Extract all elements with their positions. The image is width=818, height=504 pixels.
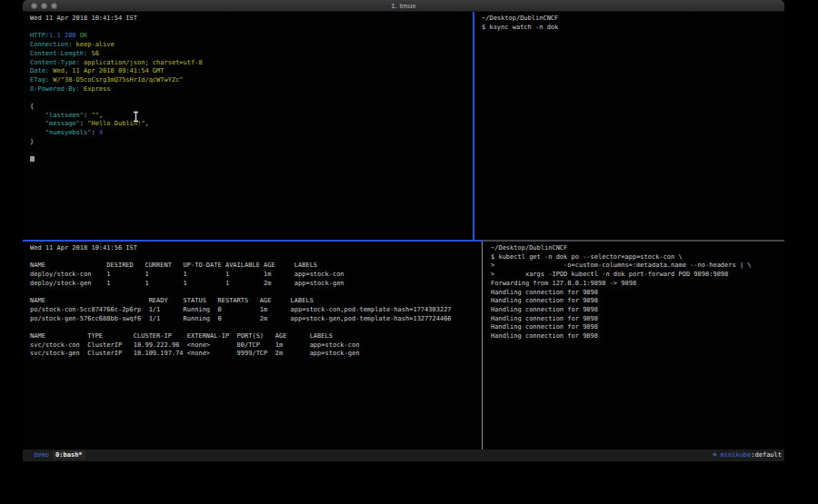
status-right: ☸ minikube:default [713, 450, 782, 461]
status-left: demo 0:bash* [34, 450, 85, 461]
kube-context: minikube [716, 451, 751, 459]
terminal-line: ~/Desktop/DublinCNCF [482, 15, 784, 24]
terminal-line [30, 94, 473, 103]
terminal-line: Handling connection for 9898 [491, 332, 784, 341]
terminal-line: Date: Wed, 11 Apr 2018 09:41:54 GMT [30, 67, 473, 76]
terminal-line: } [30, 138, 473, 147]
terminal-line: NAME READY STATUS RESTARTS AGE LABELS [30, 297, 482, 306]
terminal-line: Handling connection for 9898 [491, 315, 784, 324]
terminal-line: ETag: W/"38-O5coCsrg3mQ75sHr1d/qcWTwYZc" [30, 76, 473, 85]
terminal-line [30, 253, 482, 262]
terminal-line: "message": "Hello Dublin!", [30, 120, 473, 129]
terminal-line: Content-Type: application/json; charset=… [30, 59, 473, 68]
tmux-pane-ksync[interactable]: ~/Desktop/DublinCNCF$ ksync watch -n dok [474, 12, 784, 240]
terminal-line: po/stock-gen-576cc688bb-swqf6 1/1 Runnin… [30, 315, 482, 324]
text-ibeam-mouse-cursor [132, 111, 140, 123]
terminal-line: Handling connection for 9898 [491, 323, 784, 332]
terminal-line: deploy/stock-con 1 1 1 1 1m app=stock-co… [30, 271, 482, 280]
terminal-line [30, 289, 482, 298]
terminal-line: po/stock-con-5cc874766c-2p6rp 1/1 Runnin… [30, 306, 482, 315]
window-tab-bash[interactable]: 0:bash* [53, 450, 85, 460]
session-name: demo [34, 451, 49, 459]
terminal-line: deploy/stock-gen 1 1 1 1 2m app=stock-ge… [30, 280, 482, 289]
terminal-line: Forwarding from 127.0.0.1:9898 -> 9898 [491, 280, 784, 289]
terminal-line [30, 155, 473, 164]
terminal-line: X-Powered-By: Express [30, 85, 473, 94]
terminal-line: Content-Length: 56 [30, 50, 473, 59]
terminal-line: > xargs -IPOD kubectl -n dok port-forwar… [491, 271, 784, 280]
tmux-pane-http-response[interactable]: Wed 11 Apr 2018 10:41:54 IST HTTP/1.1 20… [23, 12, 473, 240]
terminal-window: 1. tmux Wed 11 Apr 2018 10:41:54 IST HTT… [23, 0, 784, 461]
kube-namespace: :default [751, 451, 782, 459]
terminal-block-cursor [30, 156, 35, 162]
terminal-line [30, 147, 473, 156]
terminal-line: svc/stock-gen ClusterIP 10.109.197.74 <n… [30, 350, 482, 359]
terminal-line: $ kubectl get -n dok po --selector=app=s… [491, 253, 784, 262]
window-title: 1. tmux [23, 2, 784, 10]
terminal-line: HTTP/1.1 200 OK [30, 32, 473, 41]
tmux-status-bar: demo 0:bash* ☸ minikube:default [23, 450, 784, 461]
terminal-line: "lastseen": "", [30, 112, 473, 121]
terminal-line: NAME DESIRED CURRENT UP-TO-DATE AVAILABL… [30, 262, 482, 271]
terminal-line: { [30, 103, 473, 112]
terminal-line: > -o=custom-columns=:metadata.name --no-… [491, 262, 784, 271]
terminal-line: "numsymbols": 4 [30, 129, 473, 138]
terminal-line: Connection: keep-alive [30, 41, 473, 50]
tmux-pane-kubectl-resources[interactable]: Wed 11 Apr 2018 10:41:56 IST NAME DESIRE… [23, 242, 482, 450]
terminal-line [30, 323, 482, 332]
window-titlebar[interactable]: 1. tmux [23, 0, 784, 12]
terminal-line: Wed 11 Apr 2018 10:41:54 IST [30, 15, 473, 24]
terminal-line: NAME TYPE CLUSTER-IP EXTERNAL-IP PORT(S)… [30, 332, 482, 341]
terminal-line [30, 24, 473, 33]
tmux-pane-port-forward[interactable]: ~/Desktop/DublinCNCF$ kubectl get -n dok… [484, 242, 784, 450]
terminal-line: ~/Desktop/DublinCNCF [491, 244, 784, 253]
terminal-line: Handling connection for 9898 [491, 289, 784, 298]
terminal-line: Handling connection for 9898 [491, 306, 784, 315]
terminal-line: Handling connection for 9898 [491, 297, 784, 306]
terminal-line: Wed 11 Apr 2018 10:41:56 IST [30, 244, 482, 253]
pane-divider-vertical-bottom [482, 242, 483, 450]
terminal-line: svc/stock-con ClusterIP 10.99.222.96 <no… [30, 341, 482, 351]
terminal-line: $ ksync watch -n dok [482, 24, 784, 33]
